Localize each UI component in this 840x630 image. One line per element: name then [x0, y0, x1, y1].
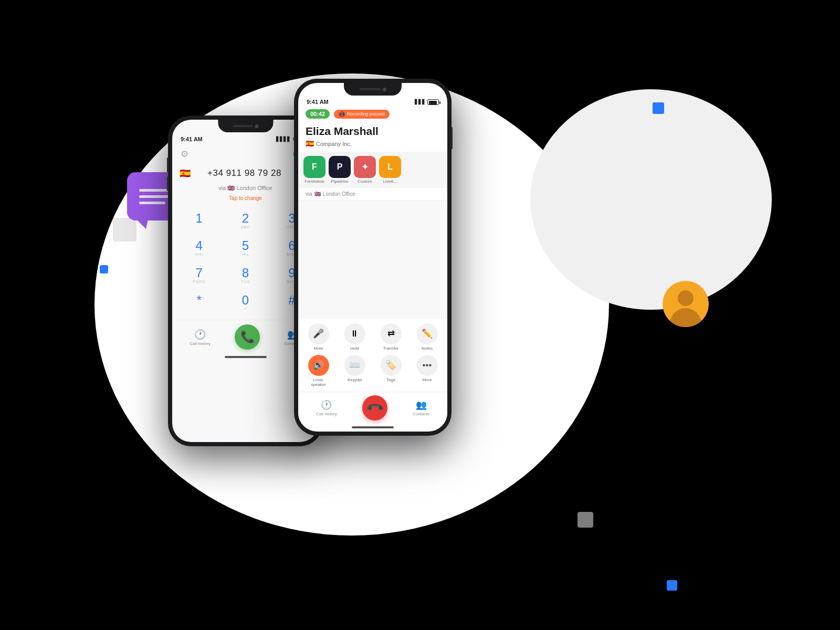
country-flag-1: 🇪🇸	[180, 168, 191, 179]
livea-label: LiveA...	[383, 179, 397, 184]
avatar-head	[678, 290, 694, 306]
dial-key-7[interactable]: 7 PQRS	[176, 262, 222, 288]
tags-button[interactable]: 🏷️ Tags	[376, 355, 405, 387]
power-button-2	[451, 127, 453, 149]
dial-letters-0: +	[244, 307, 247, 311]
freshdesk-icon: F	[303, 156, 326, 178]
keypad-label: Keypad	[348, 377, 362, 382]
dial-key-star[interactable]: *	[176, 289, 222, 316]
tags-label: Tags	[386, 377, 395, 382]
call-history-tab[interactable]: 🕐 Call history	[190, 329, 211, 346]
notch-camera	[255, 124, 258, 128]
notch-2	[344, 83, 402, 96]
battery-icon-2	[427, 99, 439, 105]
contacts-icon-2: 👥	[416, 400, 427, 411]
dial-letters-4: GHI	[195, 253, 203, 256]
deco-square-gray-2	[578, 512, 593, 528]
via-section-2: via 🇬🇧 London Office	[298, 188, 447, 201]
notch-camera-2	[383, 88, 386, 91]
transfer-label: Transfer	[383, 346, 399, 351]
controls-row-1: 🎤 Mute ⏸ Hold ⇄ Transfer ✏️ Notes	[298, 319, 447, 353]
more-icon: •••	[417, 355, 438, 376]
integration-freshdesk[interactable]: F Freshdesk	[303, 156, 326, 184]
integration-custom[interactable]: ✦ Custom	[354, 156, 376, 184]
call-top-bar: 00:42 📵 Recording paused	[298, 107, 447, 123]
dial-key-5[interactable]: 5 JKL	[223, 235, 268, 261]
mute-label: Mute	[314, 346, 323, 351]
call-history-tab-2[interactable]: 🕐 Call history	[316, 400, 337, 416]
deco-square-blue-1	[653, 102, 664, 114]
contact-flag: 🇪🇸	[306, 140, 314, 148]
end-call-button[interactable]: 📞	[362, 395, 387, 421]
loudspeaker-button[interactable]: 🔊 Loud-speaker	[304, 355, 333, 387]
integration-pipedrive[interactable]: P Pipedrive	[329, 156, 351, 184]
home-indicator-2	[352, 426, 394, 428]
dial-letters-8: TUV	[241, 280, 250, 284]
office-name-2: London Office	[323, 191, 355, 197]
mute-button[interactable]: 🎤 Mute	[304, 323, 333, 351]
contact-company-row: 🇪🇸 Company Inc.	[306, 140, 440, 148]
phone-active-call: 9:41 AM ▋▋▋ 00:42 📵 Recording paused Eli…	[294, 79, 452, 436]
dial-letters-hash	[291, 307, 292, 311]
dial-key-4[interactable]: 4 GHI	[176, 235, 222, 261]
status-time-1: 9:41 AM	[181, 136, 203, 142]
call-timer: 00:42	[306, 109, 330, 119]
call-button-1[interactable]: 📞	[235, 324, 260, 350]
contact-section: Eliza Marshall 🇪🇸 Company Inc.	[298, 123, 447, 152]
call-screen: 9:41 AM ▋▋▋ 00:42 📵 Recording paused Eli…	[298, 83, 447, 432]
contacts-tab-2[interactable]: 👥 Contacts	[413, 400, 429, 416]
more-button[interactable]: ••• More	[413, 355, 442, 387]
mute-icon: 🎤	[308, 323, 329, 344]
notch	[218, 120, 273, 132]
office-flag-2: 🇬🇧	[314, 191, 321, 197]
status-icons-2: ▋▋▋	[415, 99, 439, 105]
contacts-label-2: Contacts	[413, 412, 429, 416]
notes-button[interactable]: ✏️ Notes	[413, 323, 442, 351]
call-history-icon-2: 🕐	[321, 400, 332, 411]
dial-letters-7: PQRS	[193, 280, 205, 284]
dial-key-2[interactable]: 2 ABC	[223, 207, 268, 234]
dial-letters-5: JKL	[242, 253, 249, 256]
bg-blob-right	[530, 89, 772, 310]
hold-icon: ⏸	[344, 323, 365, 344]
settings-icon[interactable]: ⚙	[181, 149, 188, 160]
bottom-nav-2: 🕐 Call history 📞 👥 Contacts	[298, 392, 447, 425]
pipedrive-icon: P	[329, 156, 351, 178]
loudspeaker-icon: 🔊	[308, 355, 329, 376]
integrations-bar: F Freshdesk P Pipedrive ✦ Custom L LiveA…	[298, 152, 447, 188]
hold-label: Hold	[350, 346, 359, 351]
tap-to-change-label: Tap to change	[229, 195, 262, 201]
transfer-button[interactable]: ⇄ Transfer	[376, 323, 405, 351]
custom-icon: ✦	[354, 156, 376, 178]
via-text-2: via	[306, 191, 312, 197]
keypad-icon: ⌨️	[344, 355, 365, 376]
vol-down-button	[167, 176, 169, 191]
signal-icon-2: ▋▋▋	[415, 99, 426, 104]
contact-company: Company Inc.	[316, 141, 352, 147]
keypad-button[interactable]: ⌨️ Keypad	[340, 355, 369, 387]
dial-num-star: *	[196, 294, 201, 307]
dial-num-0: 0	[242, 294, 249, 307]
dial-num-5: 5	[242, 239, 249, 252]
hold-button[interactable]: ⏸ Hold	[340, 323, 369, 351]
transfer-icon: ⇄	[381, 323, 402, 344]
freshdesk-label: Freshdesk	[304, 179, 324, 184]
integration-livea[interactable]: L LiveA...	[379, 156, 401, 184]
status-time-2: 9:41 AM	[307, 99, 329, 105]
chat-line-3	[139, 202, 165, 204]
call-history-label-2: Call history	[316, 412, 337, 416]
recording-icon: 📵	[339, 111, 345, 117]
notes-label: Notes	[422, 346, 433, 351]
dial-key-1[interactable]: 1	[176, 207, 222, 234]
loudspeaker-label: Loud-speaker	[311, 377, 326, 387]
dial-letters-star	[198, 307, 200, 311]
dial-num-2: 2	[242, 212, 249, 225]
dial-key-0[interactable]: 0 +	[223, 289, 268, 316]
vol-up-button	[167, 158, 169, 172]
more-label: More	[422, 377, 432, 382]
controls-row-2: 🔊 Loud-speaker ⌨️ Keypad 🏷️ Tags ••• Mor…	[298, 353, 447, 392]
via-label-1: via 🇬🇧 London Office	[218, 185, 272, 191]
recording-label: Recording paused	[346, 111, 385, 117]
dial-key-8[interactable]: 8 TUV	[223, 262, 268, 288]
dial-num-1: 1	[195, 212, 202, 225]
